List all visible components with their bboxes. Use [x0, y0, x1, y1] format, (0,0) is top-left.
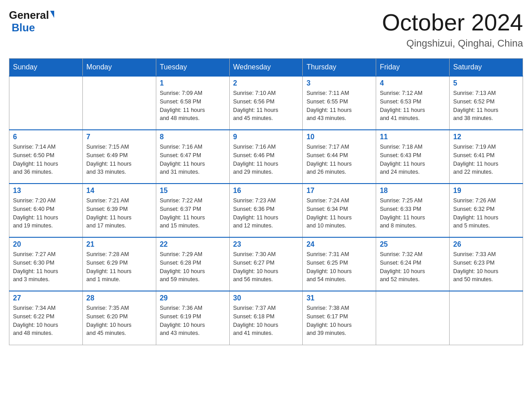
day-number: 20	[13, 240, 79, 248]
logo-blue-text: Blue	[12, 21, 35, 34]
day-number: 13	[13, 187, 79, 195]
day-cell: 12Sunrise: 7:19 AM Sunset: 6:41 PM Dayli…	[450, 130, 523, 184]
week-row-1: 1Sunrise: 7:09 AM Sunset: 6:58 PM Daylig…	[9, 76, 523, 130]
page-header: General Blue October 2024 Qingshizui, Qi…	[9, 9, 523, 49]
week-row-3: 13Sunrise: 7:20 AM Sunset: 6:40 PM Dayli…	[9, 184, 523, 237]
header-cell-tuesday: Tuesday	[156, 59, 229, 77]
day-number: 25	[380, 240, 446, 248]
day-info: Sunrise: 7:19 AM Sunset: 6:41 PM Dayligh…	[453, 143, 519, 176]
day-number: 29	[160, 294, 226, 302]
header-cell-saturday: Saturday	[450, 59, 523, 77]
day-cell: 30Sunrise: 7:37 AM Sunset: 6:18 PM Dayli…	[229, 291, 303, 345]
day-number: 15	[160, 187, 226, 195]
day-info: Sunrise: 7:32 AM Sunset: 6:24 PM Dayligh…	[380, 250, 446, 284]
day-cell: 5Sunrise: 7:13 AM Sunset: 6:52 PM Daylig…	[450, 76, 523, 130]
day-number: 17	[306, 187, 372, 195]
day-cell: 28Sunrise: 7:35 AM Sunset: 6:20 PM Dayli…	[82, 291, 156, 345]
day-info: Sunrise: 7:27 AM Sunset: 6:30 PM Dayligh…	[13, 250, 79, 284]
day-info: Sunrise: 7:34 AM Sunset: 6:22 PM Dayligh…	[13, 304, 79, 338]
day-number: 23	[233, 240, 299, 248]
calendar-subtitle: Qingshizui, Qinghai, China	[382, 38, 523, 49]
day-number: 9	[233, 133, 299, 141]
day-number: 7	[86, 133, 152, 141]
day-cell: 8Sunrise: 7:16 AM Sunset: 6:47 PM Daylig…	[156, 130, 229, 184]
day-cell: 31Sunrise: 7:38 AM Sunset: 6:17 PM Dayli…	[303, 291, 376, 345]
calendar-table: SundayMondayTuesdayWednesdayThursdayFrid…	[9, 58, 523, 345]
day-number: 31	[306, 294, 372, 302]
day-cell: 11Sunrise: 7:18 AM Sunset: 6:43 PM Dayli…	[376, 130, 450, 184]
day-cell: 13Sunrise: 7:20 AM Sunset: 6:40 PM Dayli…	[9, 184, 83, 237]
day-info: Sunrise: 7:21 AM Sunset: 6:39 PM Dayligh…	[86, 197, 152, 230]
day-cell	[450, 291, 523, 345]
day-number: 27	[13, 294, 79, 302]
header-cell-friday: Friday	[376, 59, 450, 77]
day-info: Sunrise: 7:16 AM Sunset: 6:47 PM Dayligh…	[160, 143, 226, 176]
day-cell: 1Sunrise: 7:09 AM Sunset: 6:58 PM Daylig…	[156, 76, 229, 130]
day-cell: 27Sunrise: 7:34 AM Sunset: 6:22 PM Dayli…	[9, 291, 83, 345]
day-cell: 25Sunrise: 7:32 AM Sunset: 6:24 PM Dayli…	[376, 237, 450, 291]
day-cell: 21Sunrise: 7:28 AM Sunset: 6:29 PM Dayli…	[82, 237, 156, 291]
day-info: Sunrise: 7:25 AM Sunset: 6:33 PM Dayligh…	[380, 197, 446, 230]
header-row: SundayMondayTuesdayWednesdayThursdayFrid…	[9, 59, 523, 77]
day-number: 5	[453, 79, 519, 87]
day-info: Sunrise: 7:24 AM Sunset: 6:34 PM Dayligh…	[306, 197, 372, 230]
day-info: Sunrise: 7:15 AM Sunset: 6:49 PM Dayligh…	[86, 143, 152, 176]
calendar-title: October 2024	[382, 9, 523, 36]
day-cell: 16Sunrise: 7:23 AM Sunset: 6:36 PM Dayli…	[229, 184, 303, 237]
day-cell: 14Sunrise: 7:21 AM Sunset: 6:39 PM Dayli…	[82, 184, 156, 237]
day-cell: 22Sunrise: 7:29 AM Sunset: 6:28 PM Dayli…	[156, 237, 229, 291]
day-number: 30	[233, 294, 299, 302]
day-cell: 2Sunrise: 7:10 AM Sunset: 6:56 PM Daylig…	[229, 76, 303, 130]
day-cell: 26Sunrise: 7:33 AM Sunset: 6:23 PM Dayli…	[450, 237, 523, 291]
day-cell: 4Sunrise: 7:12 AM Sunset: 6:53 PM Daylig…	[376, 76, 450, 130]
day-number: 12	[453, 133, 519, 141]
day-info: Sunrise: 7:17 AM Sunset: 6:44 PM Dayligh…	[306, 143, 372, 176]
logo-general-text: General	[9, 9, 49, 21]
day-info: Sunrise: 7:31 AM Sunset: 6:25 PM Dayligh…	[306, 250, 372, 284]
week-row-5: 27Sunrise: 7:34 AM Sunset: 6:22 PM Dayli…	[9, 291, 523, 345]
day-cell: 17Sunrise: 7:24 AM Sunset: 6:34 PM Dayli…	[303, 184, 376, 237]
day-number: 28	[86, 294, 152, 302]
day-info: Sunrise: 7:22 AM Sunset: 6:37 PM Dayligh…	[160, 197, 226, 230]
day-info: Sunrise: 7:33 AM Sunset: 6:23 PM Dayligh…	[453, 250, 519, 284]
day-number: 14	[86, 187, 152, 195]
day-number: 18	[380, 187, 446, 195]
day-cell: 19Sunrise: 7:26 AM Sunset: 6:32 PM Dayli…	[450, 184, 523, 237]
day-info: Sunrise: 7:35 AM Sunset: 6:20 PM Dayligh…	[86, 304, 152, 338]
title-block: October 2024 Qingshizui, Qinghai, China	[382, 9, 523, 49]
header-cell-monday: Monday	[82, 59, 156, 77]
day-cell	[82, 76, 156, 130]
day-cell: 7Sunrise: 7:15 AM Sunset: 6:49 PM Daylig…	[82, 130, 156, 184]
day-info: Sunrise: 7:36 AM Sunset: 6:19 PM Dayligh…	[160, 304, 226, 338]
day-number: 19	[453, 187, 519, 195]
week-row-4: 20Sunrise: 7:27 AM Sunset: 6:30 PM Dayli…	[9, 237, 523, 291]
day-info: Sunrise: 7:29 AM Sunset: 6:28 PM Dayligh…	[160, 250, 226, 284]
day-number: 8	[160, 133, 226, 141]
week-row-2: 6Sunrise: 7:14 AM Sunset: 6:50 PM Daylig…	[9, 130, 523, 184]
day-number: 21	[86, 240, 152, 248]
day-info: Sunrise: 7:30 AM Sunset: 6:27 PM Dayligh…	[233, 250, 299, 284]
day-cell	[9, 76, 83, 130]
day-cell: 18Sunrise: 7:25 AM Sunset: 6:33 PM Dayli…	[376, 184, 450, 237]
day-number: 26	[453, 240, 519, 248]
day-cell: 24Sunrise: 7:31 AM Sunset: 6:25 PM Dayli…	[303, 237, 376, 291]
day-cell: 3Sunrise: 7:11 AM Sunset: 6:55 PM Daylig…	[303, 76, 376, 130]
header-cell-sunday: Sunday	[9, 59, 83, 77]
day-cell: 23Sunrise: 7:30 AM Sunset: 6:27 PM Dayli…	[229, 237, 303, 291]
day-info: Sunrise: 7:26 AM Sunset: 6:32 PM Dayligh…	[453, 197, 519, 230]
day-number: 22	[160, 240, 226, 248]
day-info: Sunrise: 7:37 AM Sunset: 6:18 PM Dayligh…	[233, 304, 299, 338]
day-number: 10	[306, 133, 372, 141]
day-info: Sunrise: 7:13 AM Sunset: 6:52 PM Dayligh…	[453, 89, 519, 123]
day-info: Sunrise: 7:12 AM Sunset: 6:53 PM Dayligh…	[380, 89, 446, 123]
day-info: Sunrise: 7:18 AM Sunset: 6:43 PM Dayligh…	[380, 143, 446, 176]
day-info: Sunrise: 7:11 AM Sunset: 6:55 PM Dayligh…	[306, 89, 372, 123]
logo-arrow-icon	[50, 11, 54, 18]
day-info: Sunrise: 7:28 AM Sunset: 6:29 PM Dayligh…	[86, 250, 152, 284]
header-cell-wednesday: Wednesday	[229, 59, 303, 77]
day-info: Sunrise: 7:14 AM Sunset: 6:50 PM Dayligh…	[13, 143, 79, 176]
day-cell: 9Sunrise: 7:16 AM Sunset: 6:46 PM Daylig…	[229, 130, 303, 184]
header-cell-thursday: Thursday	[303, 59, 376, 77]
day-number: 1	[160, 79, 226, 87]
day-cell: 15Sunrise: 7:22 AM Sunset: 6:37 PM Dayli…	[156, 184, 229, 237]
